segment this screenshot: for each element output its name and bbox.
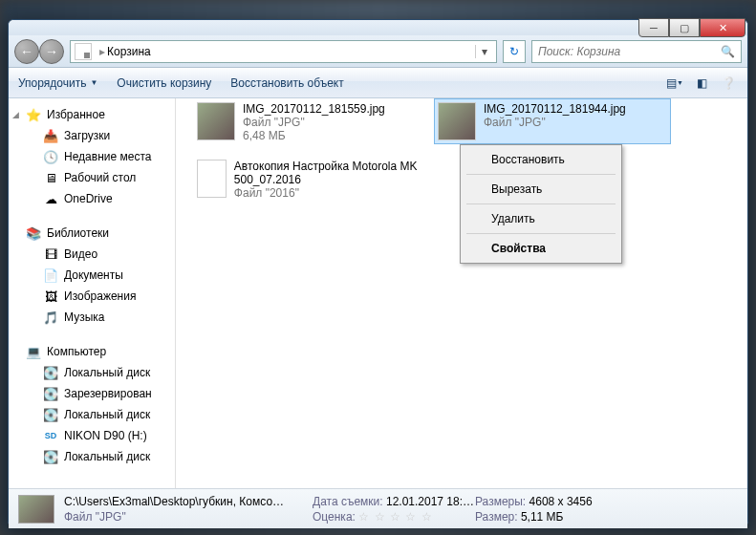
sidebar-item-downloads[interactable]: 📥Загрузки <box>9 125 175 146</box>
search-icon: 🔍 <box>721 45 735 58</box>
minimize-button[interactable]: ─ <box>638 18 669 37</box>
address-bar[interactable]: ▸ Корзина ▾ <box>70 40 497 63</box>
music-icon: 🎵 <box>43 310 58 325</box>
sidebar-item-label: Рабочий стол <box>64 171 136 184</box>
forward-button[interactable]: → <box>39 39 64 64</box>
sidebar-item-onedrive[interactable]: ☁OneDrive <box>9 188 175 209</box>
desktop-icon: 🖥 <box>43 170 58 185</box>
explorer-window: ─ ▢ ✕ ← → ▸ Корзина ▾ ↻ 🔍 Упорядочить ▼ … <box>8 19 748 527</box>
refresh-button[interactable]: ↻ <box>503 40 526 63</box>
sidebar-item-label: Недавние места <box>64 150 151 163</box>
toolbar: Упорядочить ▼ Очистить корзину Восстанов… <box>9 68 747 98</box>
computer-icon: 💻 <box>26 344 41 359</box>
drive-icon: 💽 <box>43 407 58 422</box>
sidebar-item-label: Видео <box>64 247 97 261</box>
file-name: Автокопия Настройка Motorola MK 500_07.2… <box>234 160 426 186</box>
sidebar-item-desktop[interactable]: 🖥Рабочий стол <box>9 167 175 188</box>
file-item[interactable]: IMG_20170112_181559.jpg Файл "JPG" 6,48 … <box>193 98 430 146</box>
sidebar-item-drive[interactable]: 💽Локальный диск <box>9 404 175 425</box>
sidebar-item-label: Музыка <box>64 310 104 324</box>
sidebar-favorites[interactable]: ◢ ⭐ Избранное <box>9 104 175 125</box>
sidebar-head-label: Избранное <box>47 108 105 121</box>
nav-sidebar: ◢ ⭐ Избранное 📥Загрузки 🕓Недавние места … <box>9 98 176 488</box>
sidebar-item-drive-nikon[interactable]: SDNIKON D90 (H:) <box>9 425 175 446</box>
collapse-icon: ◢ <box>12 110 19 119</box>
sidebar-head-label: Библиотеки <box>47 226 109 240</box>
title-bar[interactable]: ─ ▢ ✕ <box>9 20 747 35</box>
ctx-properties[interactable]: Свойства <box>463 236 619 261</box>
details-type: Файл "JPG" <box>64 510 313 524</box>
details-rating-label: Оценка: <box>313 510 356 524</box>
sidebar-item-label: Загрузки <box>64 129 110 142</box>
sidebar-item-drive[interactable]: 💽Локальный диск <box>9 446 175 467</box>
sidebar-item-label: OneDrive <box>64 192 113 205</box>
star-icon: ⭐ <box>26 107 41 122</box>
sidebar-item-drive[interactable]: 💽Локальный диск <box>9 362 175 383</box>
help-button[interactable]: ❔ <box>719 74 738 93</box>
chevron-down-icon: ▼ <box>90 78 97 87</box>
sidebar-item-music[interactable]: 🎵Музыка <box>9 307 175 328</box>
preview-pane-button[interactable]: ◧ <box>692 74 711 93</box>
sidebar-item-label: Изображения <box>64 289 136 303</box>
ctx-delete[interactable]: Удалить <box>463 206 619 231</box>
sidebar-libraries[interactable]: 📚 Библиотеки <box>9 223 175 244</box>
nav-bar: ← → ▸ Корзина ▾ ↻ 🔍 <box>9 35 747 68</box>
sidebar-computer[interactable]: 💻 Компьютер <box>9 341 175 362</box>
details-size-label: Размер: <box>475 510 518 524</box>
documents-icon: 📄 <box>43 268 58 283</box>
file-type: Файл "JPG" <box>484 116 626 129</box>
ctx-separator <box>466 233 616 234</box>
drive-icon: 💽 <box>43 386 58 401</box>
sidebar-item-label: Локальный диск <box>64 366 150 379</box>
ctx-separator <box>466 203 616 204</box>
file-name: IMG_20170112_181559.jpg <box>243 102 385 116</box>
file-item[interactable]: Автокопия Настройка Motorola MK 500_07.2… <box>193 156 430 203</box>
breadcrumb[interactable]: Корзина <box>107 45 151 58</box>
sidebar-item-label: Документы <box>64 268 123 282</box>
sidebar-head-label: Компьютер <box>47 345 106 358</box>
recycle-bin-icon <box>75 43 92 60</box>
details-dims-label: Размеры: <box>475 495 526 508</box>
file-thumbnail <box>438 102 476 140</box>
details-path: C:\Users\Ex3mal\Desktop\губкин, Комсо… <box>64 495 313 508</box>
organize-menu[interactable]: Упорядочить ▼ <box>18 76 97 90</box>
details-thumbnail <box>18 495 54 524</box>
file-thumbnail <box>197 102 235 140</box>
sidebar-item-documents[interactable]: 📄Документы <box>9 265 175 286</box>
search-input[interactable] <box>538 45 721 58</box>
sidebar-item-label: NIKON D90 (H:) <box>64 429 147 442</box>
sidebar-item-label: Локальный диск <box>64 450 150 463</box>
rating-stars[interactable]: ☆ ☆ ☆ ☆ ☆ <box>358 510 432 524</box>
close-button[interactable]: ✕ <box>700 18 745 37</box>
details-size-value: 5,11 МБ <box>521 510 564 524</box>
video-icon: 🎞 <box>43 246 58 262</box>
sidebar-item-video[interactable]: 🎞Видео <box>9 244 175 265</box>
organize-label: Упорядочить <box>18 76 86 90</box>
file-thumbnail <box>197 160 227 198</box>
empty-bin-button[interactable]: Очистить корзину <box>117 76 211 90</box>
restore-item-button[interactable]: Восстановить объект <box>230 76 343 90</box>
sidebar-item-recent[interactable]: 🕓Недавние места <box>9 146 175 167</box>
back-button[interactable]: ← <box>14 39 39 64</box>
maximize-button[interactable]: ▢ <box>669 18 700 37</box>
details-pane: C:\Users\Ex3mal\Desktop\губкин, Комсо… Д… <box>9 488 747 528</box>
address-dropdown-icon[interactable]: ▾ <box>475 45 492 58</box>
details-dims-value: 4608 x 3456 <box>529 495 593 508</box>
sidebar-item-label: Локальный диск <box>64 408 150 421</box>
ctx-restore[interactable]: Восстановить <box>463 147 619 172</box>
ctx-cut[interactable]: Вырезать <box>463 177 619 202</box>
sidebar-item-drive[interactable]: 💽Зарезервирован <box>9 383 175 404</box>
sd-icon: SD <box>43 428 58 443</box>
ctx-separator <box>466 174 616 175</box>
downloads-icon: 📥 <box>43 128 58 143</box>
view-options-button[interactable]: ▤▼ <box>665 74 684 93</box>
breadcrumb-sep-icon: ▸ <box>99 45 105 58</box>
sidebar-item-pictures[interactable]: 🖼Изображения <box>9 286 175 307</box>
sidebar-item-label: Зарезервирован <box>64 387 152 400</box>
search-box[interactable]: 🔍 <box>531 40 742 63</box>
file-item-selected[interactable]: IMG_20170112_181944.jpg Файл "JPG" <box>434 98 671 144</box>
file-size: 6,48 МБ <box>243 129 385 142</box>
file-type: Файл "2016" <box>234 186 426 200</box>
onedrive-icon: ☁ <box>43 191 58 206</box>
details-date-label: Дата съемки: <box>313 495 383 508</box>
